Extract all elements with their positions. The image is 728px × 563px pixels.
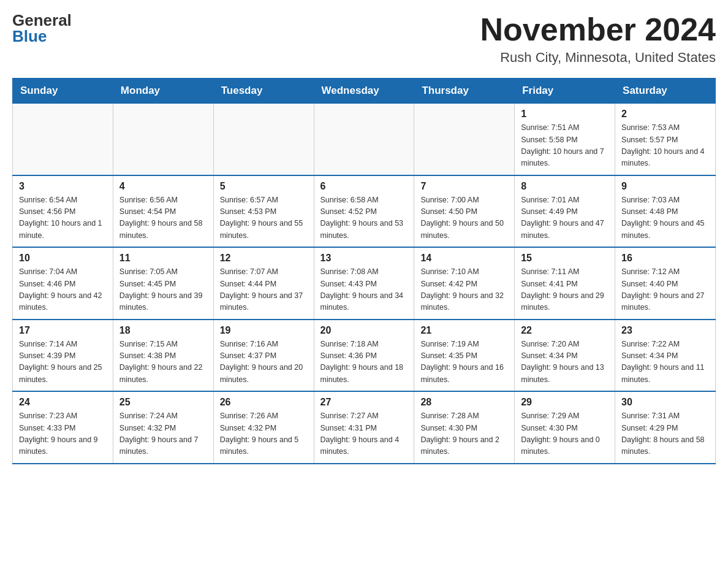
day-number: 12 — [220, 253, 308, 264]
day-number: 5 — [220, 181, 308, 192]
calendar-cell: 30Sunrise: 7:31 AMSunset: 4:29 PMDayligh… — [615, 391, 716, 464]
logo: General Blue — [12, 12, 72, 44]
weekday-header-monday: Monday — [113, 79, 213, 104]
day-info: Sunrise: 7:18 AMSunset: 4:36 PMDaylight:… — [320, 339, 408, 386]
calendar-cell: 5Sunrise: 6:57 AMSunset: 4:53 PMDaylight… — [213, 175, 314, 248]
day-number: 22 — [521, 325, 609, 336]
logo-general-text: General — [12, 12, 72, 28]
calendar-cell: 11Sunrise: 7:05 AMSunset: 4:45 PMDayligh… — [113, 247, 213, 320]
calendar-week-row: 10Sunrise: 7:04 AMSunset: 4:46 PMDayligh… — [13, 247, 716, 320]
calendar-cell — [13, 104, 113, 175]
logo-blue-text: Blue — [12, 28, 47, 44]
calendar-cell: 6Sunrise: 6:58 AMSunset: 4:52 PMDaylight… — [314, 175, 414, 248]
calendar-cell: 26Sunrise: 7:26 AMSunset: 4:32 PMDayligh… — [213, 391, 314, 464]
calendar-cell: 20Sunrise: 7:18 AMSunset: 4:36 PMDayligh… — [314, 320, 414, 392]
calendar-cell: 2Sunrise: 7:53 AMSunset: 5:57 PMDaylight… — [615, 104, 716, 175]
calendar-cell: 3Sunrise: 6:54 AMSunset: 4:56 PMDaylight… — [13, 175, 113, 248]
day-info: Sunrise: 7:01 AMSunset: 4:49 PMDaylight:… — [521, 194, 609, 242]
calendar-cell: 4Sunrise: 6:56 AMSunset: 4:54 PMDaylight… — [113, 175, 213, 248]
calendar-cell: 14Sunrise: 7:10 AMSunset: 4:42 PMDayligh… — [414, 247, 515, 320]
day-number: 10 — [19, 253, 107, 264]
day-number: 4 — [119, 181, 207, 192]
day-info: Sunrise: 7:22 AMSunset: 4:34 PMDaylight:… — [621, 339, 709, 386]
calendar-cell: 17Sunrise: 7:14 AMSunset: 4:39 PMDayligh… — [13, 320, 113, 392]
day-info: Sunrise: 7:53 AMSunset: 5:57 PMDaylight:… — [621, 122, 709, 170]
day-number: 2 — [621, 109, 709, 120]
day-number: 19 — [220, 325, 308, 336]
day-number: 20 — [320, 325, 408, 336]
weekday-header-friday: Friday — [515, 79, 615, 104]
calendar-cell: 10Sunrise: 7:04 AMSunset: 4:46 PMDayligh… — [13, 247, 113, 320]
day-number: 1 — [521, 109, 609, 120]
day-info: Sunrise: 7:29 AMSunset: 4:30 PMDaylight:… — [521, 410, 609, 458]
calendar-cell: 24Sunrise: 7:23 AMSunset: 4:33 PMDayligh… — [13, 391, 113, 464]
day-info: Sunrise: 6:57 AMSunset: 4:53 PMDaylight:… — [220, 194, 308, 242]
calendar-cell — [213, 104, 314, 175]
day-info: Sunrise: 6:56 AMSunset: 4:54 PMDaylight:… — [119, 194, 207, 242]
day-info: Sunrise: 7:10 AMSunset: 4:42 PMDaylight:… — [420, 266, 508, 314]
day-info: Sunrise: 7:00 AMSunset: 4:50 PMDaylight:… — [420, 194, 508, 242]
calendar-week-row: 3Sunrise: 6:54 AMSunset: 4:56 PMDaylight… — [13, 175, 716, 248]
calendar-cell — [414, 104, 515, 175]
day-number: 28 — [420, 397, 508, 408]
day-number: 24 — [19, 397, 107, 408]
weekday-header-thursday: Thursday — [414, 79, 515, 104]
day-info: Sunrise: 7:11 AMSunset: 4:41 PMDaylight:… — [521, 266, 609, 314]
day-number: 27 — [320, 397, 408, 408]
calendar-cell: 13Sunrise: 7:08 AMSunset: 4:43 PMDayligh… — [314, 247, 414, 320]
weekday-header-sunday: Sunday — [13, 79, 113, 104]
day-number: 17 — [19, 325, 107, 336]
day-number: 11 — [119, 253, 207, 264]
calendar-cell: 12Sunrise: 7:07 AMSunset: 4:44 PMDayligh… — [213, 247, 314, 320]
calendar-cell: 1Sunrise: 7:51 AMSunset: 5:58 PMDaylight… — [515, 104, 615, 175]
day-number: 6 — [320, 181, 408, 192]
calendar-header: SundayMondayTuesdayWednesdayThursdayFrid… — [13, 79, 716, 104]
calendar-cell: 16Sunrise: 7:12 AMSunset: 4:40 PMDayligh… — [615, 247, 716, 320]
calendar-cell: 18Sunrise: 7:15 AMSunset: 4:38 PMDayligh… — [113, 320, 213, 392]
title-block: November 2024 Rush City, Minnesota, Unit… — [480, 12, 716, 66]
day-info: Sunrise: 7:20 AMSunset: 4:34 PMDaylight:… — [521, 339, 609, 386]
calendar-cell — [314, 104, 414, 175]
calendar-cell: 21Sunrise: 7:19 AMSunset: 4:35 PMDayligh… — [414, 320, 515, 392]
calendar-cell — [113, 104, 213, 175]
day-number: 25 — [119, 397, 207, 408]
day-number: 14 — [420, 253, 508, 264]
calendar-body: 1Sunrise: 7:51 AMSunset: 5:58 PMDaylight… — [13, 104, 716, 464]
calendar-week-row: 1Sunrise: 7:51 AMSunset: 5:58 PMDaylight… — [13, 104, 716, 175]
calendar-cell: 7Sunrise: 7:00 AMSunset: 4:50 PMDaylight… — [414, 175, 515, 248]
day-info: Sunrise: 7:15 AMSunset: 4:38 PMDaylight:… — [119, 339, 207, 386]
day-info: Sunrise: 7:31 AMSunset: 4:29 PMDaylight:… — [621, 410, 709, 458]
month-title: November 2024 — [480, 12, 716, 47]
day-number: 15 — [521, 253, 609, 264]
calendar-cell: 22Sunrise: 7:20 AMSunset: 4:34 PMDayligh… — [515, 320, 615, 392]
calendar-cell: 8Sunrise: 7:01 AMSunset: 4:49 PMDaylight… — [515, 175, 615, 248]
calendar-week-row: 24Sunrise: 7:23 AMSunset: 4:33 PMDayligh… — [13, 391, 716, 464]
day-info: Sunrise: 7:28 AMSunset: 4:30 PMDaylight:… — [420, 410, 508, 458]
day-number: 21 — [420, 325, 508, 336]
calendar-cell: 23Sunrise: 7:22 AMSunset: 4:34 PMDayligh… — [615, 320, 716, 392]
day-info: Sunrise: 7:12 AMSunset: 4:40 PMDaylight:… — [621, 266, 709, 314]
day-info: Sunrise: 7:24 AMSunset: 4:32 PMDaylight:… — [119, 410, 207, 458]
day-number: 3 — [19, 181, 107, 192]
weekday-header-tuesday: Tuesday — [213, 79, 314, 104]
day-info: Sunrise: 7:14 AMSunset: 4:39 PMDaylight:… — [19, 339, 107, 386]
calendar-cell: 19Sunrise: 7:16 AMSunset: 4:37 PMDayligh… — [213, 320, 314, 392]
day-info: Sunrise: 6:58 AMSunset: 4:52 PMDaylight:… — [320, 194, 408, 242]
day-number: 7 — [420, 181, 508, 192]
day-number: 29 — [521, 397, 609, 408]
day-info: Sunrise: 7:51 AMSunset: 5:58 PMDaylight:… — [521, 122, 609, 170]
calendar-cell: 27Sunrise: 7:27 AMSunset: 4:31 PMDayligh… — [314, 391, 414, 464]
calendar-cell: 28Sunrise: 7:28 AMSunset: 4:30 PMDayligh… — [414, 391, 515, 464]
location-title: Rush City, Minnesota, United States — [480, 50, 716, 66]
calendar-cell: 15Sunrise: 7:11 AMSunset: 4:41 PMDayligh… — [515, 247, 615, 320]
day-number: 13 — [320, 253, 408, 264]
day-info: Sunrise: 7:27 AMSunset: 4:31 PMDaylight:… — [320, 410, 408, 458]
day-info: Sunrise: 7:26 AMSunset: 4:32 PMDaylight:… — [220, 410, 308, 458]
day-info: Sunrise: 7:08 AMSunset: 4:43 PMDaylight:… — [320, 266, 408, 314]
weekday-header-saturday: Saturday — [615, 79, 716, 104]
calendar-cell: 9Sunrise: 7:03 AMSunset: 4:48 PMDaylight… — [615, 175, 716, 248]
day-info: Sunrise: 6:54 AMSunset: 4:56 PMDaylight:… — [19, 194, 107, 242]
day-info: Sunrise: 7:23 AMSunset: 4:33 PMDaylight:… — [19, 410, 107, 458]
day-number: 8 — [521, 181, 609, 192]
day-info: Sunrise: 7:19 AMSunset: 4:35 PMDaylight:… — [420, 339, 508, 386]
